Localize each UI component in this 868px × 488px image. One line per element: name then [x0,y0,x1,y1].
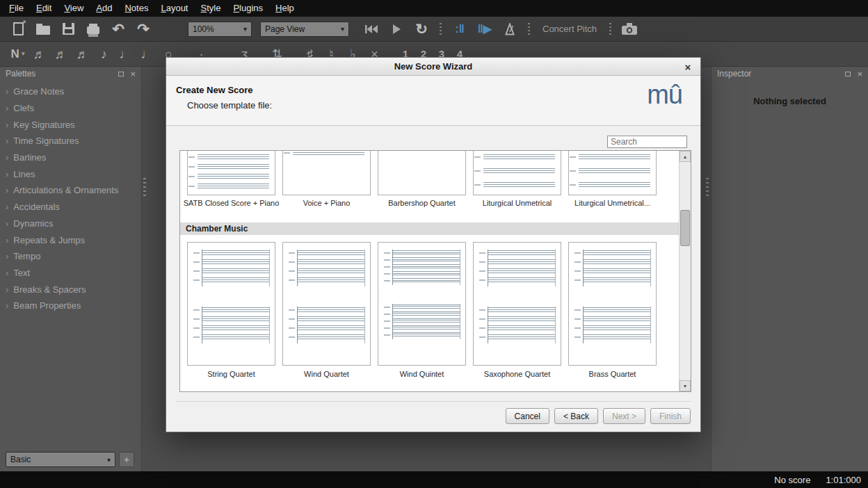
template-card-wind-quintet[interactable] [378,242,466,366]
palette-item-lines[interactable]: ›Lines [0,165,141,182]
pan-playback-toggle[interactable]: ‖▶ [472,19,497,40]
finish-button[interactable]: Finish [650,408,691,424]
redo-button[interactable]: ↷ [131,19,156,40]
save-button[interactable] [56,19,81,40]
wizard-header: Create New Score Choose template file: m… [166,76,700,126]
dialog-titlebar[interactable]: New Score Wizard × [166,58,700,76]
palette-item-tempo[interactable]: ›Tempo [0,248,141,265]
scroll-up-button[interactable]: ▲ [680,151,691,162]
rewind-button[interactable] [359,19,384,40]
palette-item-text[interactable]: ›Text [0,265,141,282]
template-card-brass-quartet[interactable] [568,242,657,366]
template-card-liturgical-2[interactable] [568,150,657,195]
play-button[interactable] [384,19,409,40]
open-file-button[interactable] [31,19,56,40]
template-caption: Wind Quartet [275,370,378,378]
template-caption: Saxophone Quartet [466,370,568,378]
play-repeats-toggle[interactable]: :‖ [447,19,472,40]
menu-edit[interactable]: Edit [30,0,58,17]
close-panel-icon[interactable]: × [857,70,862,79]
template-card-satb-piano[interactable] [187,150,275,195]
workspace-select[interactable]: Basic ▾ [6,452,115,467]
template-caption: Liturgical Unmetrical... [561,199,664,207]
template-card-saxophone-quartet[interactable] [473,242,561,366]
toolbar-grip[interactable] [609,23,611,35]
palette-item-beam-properties[interactable]: ›Beam Properties [0,298,141,314]
note-16th-button[interactable]: ♬ [72,44,93,65]
palette-item-breaks-spacers[interactable]: ›Breaks & Spacers [0,281,141,298]
palette-item-grace-notes[interactable]: ›Grace Notes [0,83,141,100]
toolbar-grip[interactable] [440,23,442,35]
undo-button[interactable]: ↶ [106,19,131,40]
palette-item-accidentals[interactable]: ›Accidentals [0,199,141,215]
view-mode-select[interactable]: Page View ▾ [260,22,349,37]
note-half-button[interactable]: ♩ [136,44,158,65]
template-card-liturgical[interactable] [473,150,561,195]
palette-splitter-handle[interactable] [143,178,146,197]
menu-file[interactable]: File [3,0,30,17]
view-mode-value: Page View [265,24,305,34]
float-panel-icon[interactable] [118,72,124,76]
palette-item-dynamics[interactable]: ›Dynamics [0,215,141,232]
rewind-icon [364,24,378,34]
print-icon [87,26,99,34]
scrollbar-thumb[interactable] [680,210,690,246]
back-button[interactable]: < Back [554,408,598,424]
new-score-wizard-dialog: New Score Wizard × Create New Score Choo… [166,57,701,432]
palette-item-repeats-jumps[interactable]: ›Repeats & Jumps [0,231,141,248]
image-capture-toggle[interactable] [617,19,642,40]
template-caption: Barbershop Quartet [371,199,473,207]
close-panel-icon[interactable]: × [130,70,136,79]
menu-notes[interactable]: Notes [118,0,154,17]
chevron-down-icon: ▾ [103,456,111,464]
float-panel-icon[interactable] [845,72,851,76]
palette-item-time-signatures[interactable]: ›Time Signatures [0,133,141,149]
template-card-wind-quartet[interactable] [282,242,371,366]
note-input-icon: N [11,48,19,60]
template-card-string-quartet[interactable] [187,242,275,366]
scroll-up-icon: ▲ [683,154,688,159]
menu-add[interactable]: Add [90,0,118,17]
plus-icon: + [124,454,129,465]
menu-plugins[interactable]: Plugins [227,0,269,17]
menu-style[interactable]: Style [194,0,227,17]
palette-item-key-signatures[interactable]: ›Key Signatures [0,116,141,133]
scroll-down-button[interactable]: ▼ [680,380,691,391]
chevron-down-icon: ▾ [337,25,344,33]
palette-item-articulations[interactable]: ›Articulations & Ornaments [0,182,141,199]
template-card-voice-piano[interactable] [282,150,371,195]
redo-icon: ↷ [137,22,150,36]
zoom-select[interactable]: 100% ▾ [188,22,252,37]
toolbar-grip[interactable] [528,23,530,35]
menu-view[interactable]: View [58,0,90,17]
next-button[interactable]: Next > [603,408,645,424]
add-workspace-button[interactable]: + [119,452,134,467]
concert-pitch-toggle[interactable]: Concert Pitch [536,20,604,38]
chevron-right-icon: › [6,86,8,97]
note-64th-button[interactable]: ♬ [29,44,50,65]
chevron-right-icon: › [6,268,8,278]
note-32nd-button[interactable]: ♬ [50,44,72,65]
template-list-scrollbar[interactable]: ▲ ▼ [679,151,691,391]
new-score-button[interactable] [6,19,31,40]
metronome-toggle[interactable] [497,19,522,40]
note-8th-button[interactable]: ♪ [93,44,115,65]
cancel-button[interactable]: Cancel [506,408,549,424]
note-quarter-button[interactable]: ♩ [115,44,136,65]
inspector-panel: Inspector × Nothing selected [711,67,868,471]
pan-playback-icon: ‖▶ [478,24,492,35]
loop-playback-button[interactable]: ↻ [409,19,434,40]
palette-item-clefs[interactable]: ›Clefs [0,100,141,117]
print-button[interactable] [81,19,106,40]
menu-layout[interactable]: Layout [154,0,194,17]
workspace-row: Basic ▾ + [6,452,134,467]
palette-item-barlines[interactable]: ›Barlines [0,149,141,166]
close-icon[interactable]: × [682,60,694,73]
template-card-barbershop[interactable] [378,150,466,195]
status-bar: No score 1:01:000 [0,471,868,488]
menu-help[interactable]: Help [269,0,300,17]
note-input-mode-button[interactable]: N ▾ [7,44,29,65]
template-search-input[interactable] [607,136,687,148]
save-icon [63,23,74,35]
inspector-splitter-handle[interactable] [706,178,709,197]
